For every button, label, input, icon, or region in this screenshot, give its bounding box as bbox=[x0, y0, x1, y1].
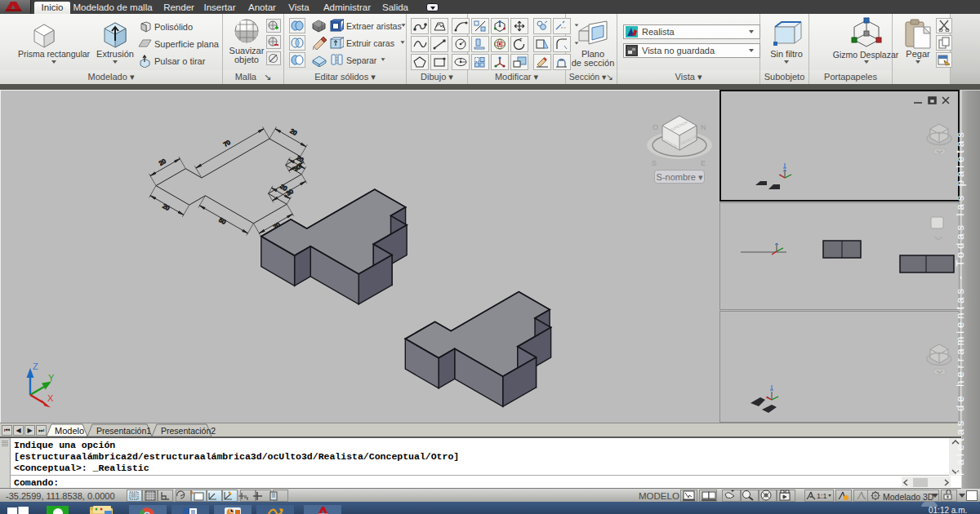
svg-text:Z: Z bbox=[33, 361, 38, 371]
svg-text:O: O bbox=[653, 123, 658, 131]
svg-text:Modelo: Modelo bbox=[55, 426, 84, 436]
svg-text:20: 20 bbox=[161, 202, 171, 212]
svg-text:E: E bbox=[701, 159, 706, 167]
svg-text:70: 70 bbox=[222, 139, 232, 148]
svg-text:Presentación2: Presentación2 bbox=[161, 426, 216, 436]
svg-text:1:1: 1:1 bbox=[817, 492, 827, 500]
svg-text:S: S bbox=[652, 159, 657, 167]
svg-text:Y: Y bbox=[48, 373, 55, 383]
svg-text:X: X bbox=[47, 393, 54, 403]
svg-text:20: 20 bbox=[158, 157, 167, 167]
svg-text:N: N bbox=[701, 123, 706, 131]
svg-text:50: 50 bbox=[217, 216, 227, 226]
svg-text:20: 20 bbox=[288, 127, 298, 137]
svg-text:Presentación1: Presentación1 bbox=[96, 426, 151, 436]
